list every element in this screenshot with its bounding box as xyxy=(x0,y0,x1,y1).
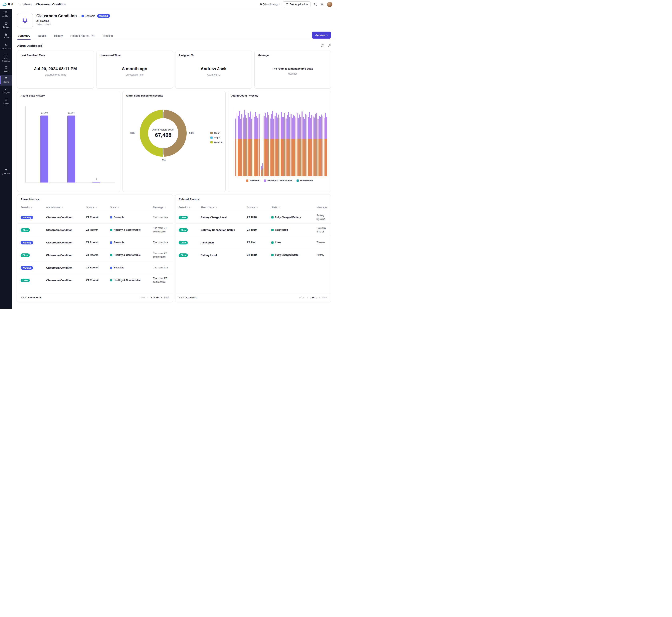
actions-button[interactable]: Actions ▾ xyxy=(312,32,331,39)
sort-icon[interactable]: ⇅ xyxy=(117,206,119,209)
chevron-left-icon[interactable]: ‹ xyxy=(147,296,148,299)
bar-value-label: 33,704 xyxy=(68,112,75,114)
column-header-state[interactable]: State⇅ xyxy=(271,206,316,209)
refresh-icon[interactable] xyxy=(320,44,324,47)
source-cell: ZT THD4 xyxy=(247,254,271,256)
column-header-message[interactable]: Message⇅ xyxy=(316,206,327,209)
message-cell: The Ale xyxy=(316,241,327,244)
weekly-bar xyxy=(241,114,242,176)
weekly-bar xyxy=(250,112,251,176)
table-row[interactable]: WarningClassroom ConditionZT Room4Bearab… xyxy=(17,211,173,223)
back-icon[interactable] xyxy=(18,3,21,6)
sidebar-item-th-sensors[interactable]: T&H Sensors xyxy=(0,41,12,52)
column-header-source[interactable]: Source⇅ xyxy=(86,206,110,209)
table-row[interactable]: WarningClassroom ConditionZT Room4Bearab… xyxy=(17,236,173,249)
donut-pct-right: 50% xyxy=(189,132,194,135)
settings-gear-icon[interactable] xyxy=(320,3,324,6)
state-cell: Fully Charged State xyxy=(271,254,316,256)
sidebar-item-devices[interactable]: Devices› xyxy=(0,30,12,41)
message-cell: The room is a xyxy=(153,241,170,244)
sort-icon[interactable]: ⇅ xyxy=(165,206,166,209)
chevron-right-icon[interactable]: › xyxy=(161,296,162,299)
css-classroom-icon xyxy=(4,53,8,57)
dev-application-button[interactable]: Dev Application xyxy=(283,1,310,7)
donut-pct-bottom: 0% xyxy=(162,159,166,162)
sort-icon[interactable]: ⇅ xyxy=(31,206,33,209)
prev-button[interactable]: Prev xyxy=(140,296,145,299)
app-logo[interactable]: IOT xyxy=(2,2,14,7)
tab-details[interactable]: Details xyxy=(38,32,47,40)
sidebar-item-css-classroom[interactable]: CSS Classro... xyxy=(0,52,12,64)
expand-icon[interactable] xyxy=(327,44,331,47)
column-header-alarm-name[interactable]: Alarm Name⇅ xyxy=(201,206,247,209)
state-color-square xyxy=(271,229,273,231)
tab-summary[interactable]: Summary xyxy=(17,32,31,40)
table-row[interactable]: ClearClassroom ConditionZT Room4Healthy … xyxy=(17,249,173,261)
column-header-source[interactable]: Source⇅ xyxy=(247,206,271,209)
next-button[interactable]: Next xyxy=(164,296,170,299)
stat-value: Jul 20, 2024 08:11 PM xyxy=(20,66,91,71)
tables-row: Alarm History Severity⇅Alarm Name⇅Source… xyxy=(17,194,331,302)
sidebar-item-quick-start[interactable]: Quick Start xyxy=(0,166,12,177)
prev-button[interactable]: Prev xyxy=(299,296,304,299)
weekly-bar xyxy=(314,118,315,176)
search-icon[interactable] xyxy=(314,3,317,6)
weekly-bar xyxy=(235,119,236,176)
sort-icon[interactable]: ⇅ xyxy=(216,206,217,209)
sidebar-item-assets[interactable]: Assets xyxy=(0,96,12,107)
breadcrumb-alarms[interactable]: Alarms xyxy=(23,3,32,6)
weekly-bar xyxy=(322,116,323,176)
weekly-bar xyxy=(311,115,312,176)
severity-pill: Clear xyxy=(21,253,30,257)
message-cell: Battery ${Datap xyxy=(316,214,327,221)
sort-icon[interactable]: ⇅ xyxy=(256,206,258,209)
state-color-square xyxy=(81,15,84,17)
table-row[interactable]: ClearPanic AlertZT PN4ClearThe Ale xyxy=(176,236,331,249)
sort-icon[interactable]: ⇅ xyxy=(95,206,97,209)
source-cell: ZT Room4 xyxy=(86,279,110,281)
sidebar-item-schools[interactable]: Schools xyxy=(0,20,12,30)
tab-timeline[interactable]: Timeline xyxy=(102,32,113,40)
sort-icon[interactable]: ⇅ xyxy=(61,206,63,209)
severity-donut-plot: Alarm History count 67,408 50% 50% 0% Cl… xyxy=(123,100,225,184)
table-row[interactable]: WarningClassroom ConditionZT Room4Bearab… xyxy=(17,261,173,274)
weekly-bar xyxy=(238,116,239,176)
history-bar xyxy=(92,182,100,183)
sidebar-item-analytics[interactable]: Analytics xyxy=(0,85,12,96)
tab-history[interactable]: History xyxy=(54,32,63,40)
table-row[interactable]: ClearClassroom ConditionZT Room4Healthy … xyxy=(17,223,173,236)
sidebar-item-alarms[interactable]: Alarms› xyxy=(0,75,12,85)
sort-icon[interactable]: ⇅ xyxy=(189,206,191,209)
alarm-name-cell: Classroom Condition xyxy=(46,266,86,269)
state-cell: Fully Charged Battery xyxy=(271,216,316,219)
bar-value-label: 1 xyxy=(96,178,97,181)
chevron-left-icon[interactable]: ‹ xyxy=(307,296,308,299)
chevron-right-icon: › xyxy=(11,35,11,37)
current-state: Bearable xyxy=(81,14,95,17)
org-selector[interactable]: IAQ Monitoring ▾ xyxy=(260,3,280,6)
column-header-severity[interactable]: Severity⇅ xyxy=(179,206,201,209)
user-avatar[interactable] xyxy=(327,2,332,7)
sort-icon[interactable]: ⇅ xyxy=(278,206,280,209)
weekly-bar xyxy=(289,117,290,176)
column-header-severity[interactable]: Severity⇅ xyxy=(21,206,46,209)
state-color-square xyxy=(110,216,112,218)
bell-icon xyxy=(21,17,29,24)
legend-item-bearable: Bearable xyxy=(246,179,260,182)
tab-related-alarms[interactable]: Related Alarms4 xyxy=(70,32,95,40)
stat-card-unresolved-time: Unresolved TimeA month agoUnresolved Tim… xyxy=(96,50,173,88)
sidebar-item-dashboard[interactable]: Dashbo... xyxy=(0,9,12,20)
charts-row: Alarm State History 33,70333,7041 Alarm … xyxy=(17,91,331,192)
sidebar-item-maps[interactable]: Maps xyxy=(0,64,12,75)
table-row[interactable]: ClearGateway Connection StatusZT THD4Con… xyxy=(176,223,331,236)
table-row[interactable]: ClearBattery LevelZT THD4Fully Charged S… xyxy=(176,249,331,261)
column-header-state[interactable]: State⇅ xyxy=(110,206,153,209)
weekly-bar xyxy=(320,117,321,176)
column-header-alarm-name[interactable]: Alarm Name⇅ xyxy=(46,206,86,209)
message-cell: The room ZT comfortable xyxy=(153,251,170,259)
table-row[interactable]: ClearClassroom ConditionZT Room4Healthy … xyxy=(17,274,173,286)
column-header-message[interactable]: Message⇅ xyxy=(153,206,170,209)
table-body: WarningClassroom ConditionZT Room4Bearab… xyxy=(17,211,173,286)
table-row[interactable]: ClearBattery Charge LevelZT THD4Fully Ch… xyxy=(176,211,331,223)
weekly-bar xyxy=(239,111,240,176)
